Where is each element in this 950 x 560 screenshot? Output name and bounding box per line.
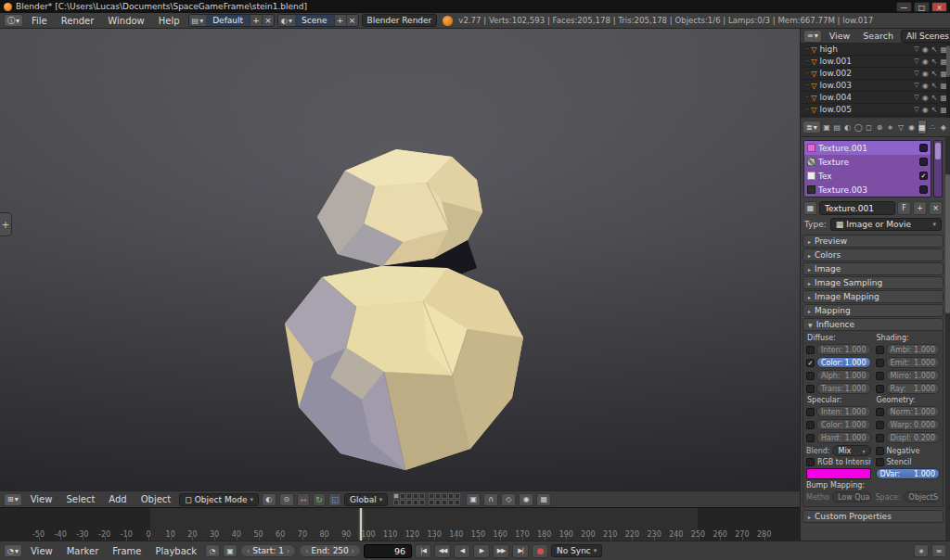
viewport-shading-dropdown[interactable]: ◐ [262,493,276,506]
influence-diffuse-alpha[interactable]: Alph:1.000 [806,370,871,381]
outliner-item-low001[interactable]: · ▽ low.001 ▽ ◉ ↖ ▦ [801,56,950,68]
influence-shading-mirror[interactable]: Mirro:1.000 [876,370,941,381]
influence-specular-color[interactable]: Color:1.000 [806,419,871,430]
menu-help[interactable]: Help [153,16,186,26]
layer-toggle[interactable] [406,493,412,499]
layer-toggle[interactable] [406,500,412,505]
disclosure-icon[interactable]: · [806,70,808,77]
texture-slot-checkbox[interactable]: ✓ [919,172,928,180]
selectability-toggle-icon[interactable]: ↖ [931,45,938,54]
outliner-item-high[interactable]: · ▽ high ▽ ◉ ↖ ▦ [801,44,950,56]
menu-file[interactable]: File [26,16,53,26]
bump-method-dropdown[interactable]: Low Qua [832,491,871,503]
checkbox[interactable] [876,359,884,367]
influence-shading-ray-mirror[interactable]: Ray:1.000 [876,383,941,394]
object-name[interactable]: low.002 [819,69,911,78]
lock-to-scene-button[interactable]: ▣ [466,493,481,506]
menu-select[interactable]: Select [60,494,100,504]
disclosure-icon[interactable]: · [806,57,808,65]
checkbox[interactable] [876,447,884,455]
checkbox[interactable] [806,421,815,429]
keying-set-button[interactable]: ∗ [914,544,929,557]
layer-toggle[interactable] [435,493,441,499]
scrollbar-thumb[interactable] [946,45,950,77]
texture-blend-color-swatch[interactable] [806,468,871,479]
editor-type-selector[interactable]: ⓘ ▾ [4,14,23,27]
disclosure-icon[interactable]: · [806,106,808,113]
record-button[interactable]: ● [532,544,548,558]
selectability-toggle-icon[interactable]: ↖ [931,82,938,90]
pivot-point-dropdown[interactable]: ⊙ [279,493,294,506]
selectability-toggle-icon[interactable]: ↖ [931,94,938,102]
new-texture-button[interactable]: + [913,201,927,215]
decrement-arrow-icon[interactable]: ‹ [305,547,308,555]
outliner-item-low003[interactable]: · ▽ low.003 ▽ ◉ ↖ ▦ [801,80,950,92]
menu-search[interactable]: Search [857,31,899,41]
influence-diffuse-intensity[interactable]: Inten:1.000 [806,344,871,355]
panel-image-sampling[interactable]: ▸ Image Sampling [802,276,944,289]
visibility-toggle-icon[interactable]: ◉ [922,94,929,102]
menu-view[interactable]: View [25,494,58,504]
selectability-toggle-icon[interactable]: ↖ [931,70,938,78]
disclosure-icon[interactable]: · [806,82,808,89]
timeline-ruler[interactable]: -50-40-30-20-100102030405060708090100110… [0,507,800,541]
panel-colors[interactable]: ▸ Colors [802,248,944,261]
outliner-scrollbar[interactable] [946,44,950,118]
tab-material[interactable]: ◉ [906,120,916,134]
disclosure-icon[interactable]: · [806,45,808,53]
checkbox[interactable] [876,434,884,442]
influence-geometry-warp[interactable]: Warp:0.000 [876,419,941,430]
snap-toggle-button[interactable]: ∩ [483,493,498,506]
object-name[interactable]: low.001 [819,57,911,66]
outliner-item-low002[interactable]: · ▽ low.002 ▽ ◉ ↖ ▦ [801,68,950,80]
render-engine-dropdown[interactable]: Blender Render [362,14,438,27]
layer-toggle[interactable] [448,500,454,505]
checkbox[interactable] [876,372,884,380]
blend-mode-dropdown[interactable]: Mix ▾ [832,445,870,456]
influence-geometry-displace[interactable]: Displ:0.200 [876,432,941,443]
checkbox[interactable] [806,408,815,416]
panel-preview[interactable]: ▸ Preview [802,235,944,248]
close-button[interactable]: × [931,2,947,12]
play-button[interactable]: ▶ [473,544,490,558]
tab-particles[interactable]: ∴ [928,120,937,134]
menu-add[interactable]: Add [103,494,132,504]
menu-object[interactable]: Object [135,494,177,504]
visibility-toggle-icon[interactable]: ◉ [922,70,929,78]
layer-toggle[interactable] [413,493,418,499]
layer-toggle[interactable] [419,500,425,505]
screen-layout-selector[interactable]: ▤ ▾ Default + × [188,14,275,27]
checkbox[interactable] [876,346,884,354]
stencil-toggle[interactable]: Stencil [876,458,941,466]
decrement-arrow-icon[interactable]: ‹ [247,547,250,555]
layer-toggle[interactable] [429,493,434,499]
menu-render[interactable]: Render [56,16,100,26]
manipulator-scale-button[interactable]: ◱ [328,493,341,506]
layer-toggle[interactable] [442,500,447,505]
menu-view[interactable]: View [25,546,58,556]
tab-object-data[interactable]: ▽ [896,120,905,134]
checkbox[interactable] [806,346,815,354]
minimize-button[interactable]: — [896,2,912,12]
texture-type-dropdown[interactable]: ▦ Image or Movie ▾ [830,218,942,231]
object-name[interactable]: low.004 [819,93,911,102]
increment-arrow-icon[interactable]: › [352,547,354,555]
texture-slot[interactable]: Texture.003 [804,183,931,197]
checkbox[interactable] [876,408,884,416]
tab-constraints[interactable]: ⊗ [875,120,884,134]
frame-start-field[interactable]: ‹ Start: 1 › [240,544,296,557]
negative-toggle[interactable]: Negative [876,445,941,456]
layer-toggle[interactable] [448,493,454,499]
3d-viewport[interactable]: + [0,29,800,490]
manipulator-translate-button[interactable]: ↔ [297,493,310,506]
checkbox[interactable] [806,372,815,380]
tab-physics[interactable]: ◈ [939,120,948,134]
checkbox[interactable] [876,421,884,429]
preview-range-toggle[interactable]: ◔ [205,544,220,557]
layer-toggle[interactable] [419,493,425,499]
editor-type-selector[interactable]: ≡ ▾ [803,30,822,43]
texture-slot-name[interactable]: Texture.003 [818,185,917,195]
outliner-display-filter-dropdown[interactable]: All Scenes [901,30,950,43]
editor-type-selector[interactable]: ⊞ ▾ [4,493,22,506]
fake-user-button[interactable]: F [897,201,911,215]
